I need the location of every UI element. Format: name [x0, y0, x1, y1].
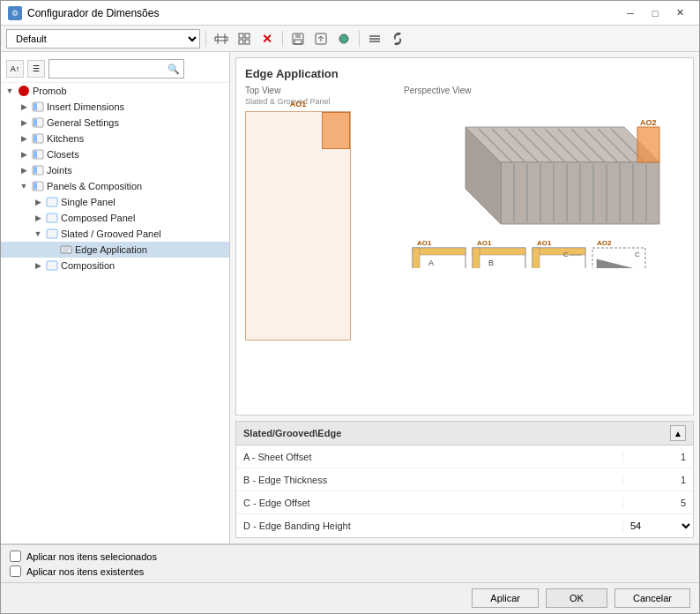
checkbox-row-1: Aplicar nos itens selecionados	[10, 550, 690, 562]
cancel-button[interactable]: Cancelar	[614, 588, 690, 608]
svg-text:AO1: AO1	[537, 239, 552, 247]
svg-rect-5	[239, 40, 243, 44]
title-bar: ⚙ Configurador de Dimensões ─ □ ✕	[1, 1, 699, 26]
svg-rect-16	[34, 119, 37, 126]
svg-rect-20	[34, 151, 37, 158]
window-controls: ─ □ ✕	[618, 4, 692, 22]
sidebar-item-label-joints: Joints	[47, 165, 72, 176]
settings-button[interactable]	[365, 29, 384, 49]
sidebar-item-promob[interactable]: ▼ Promob	[1, 83, 229, 99]
joints-icon	[31, 163, 45, 177]
content-area: A↑ ☰ 🔍 ▼ Promob ▶ Insert D	[1, 52, 699, 543]
toggle-promob[interactable]: ▼	[4, 86, 15, 95]
sidebar-item-label-single-panel: Single Panel	[61, 197, 115, 207]
toggle-single-panel[interactable]: ▶	[33, 198, 43, 206]
toggle-slated-grooved-panel[interactable]: ▼	[33, 229, 43, 238]
sidebar-item-label-slated-grooved-panel: Slated / Grooved Panel	[61, 228, 161, 239]
collapse-button[interactable]: ▲	[670, 425, 686, 441]
toggle-joints[interactable]: ▶	[19, 166, 29, 175]
sidebar-item-composed-panel[interactable]: ▶ Composed Panel	[1, 210, 229, 226]
main-panel: Edge Application Top View Slated & Groov…	[230, 52, 699, 543]
export-button[interactable]	[311, 29, 331, 49]
close-button[interactable]: ✕	[667, 4, 692, 22]
toggle-closets[interactable]: ▶	[19, 150, 29, 159]
toggle-panels-composition[interactable]: ▼	[19, 182, 29, 191]
sidebar-item-label-insert-dimensions: Insert Dimensions	[47, 101, 124, 112]
sidebar-item-label-composed-panel: Composed Panel	[61, 213, 135, 223]
profile-dropdown[interactable]: Default	[6, 29, 200, 49]
sidebar-item-single-panel[interactable]: ▶ Single Panel	[1, 194, 229, 210]
svg-rect-22	[34, 167, 37, 174]
maximize-button[interactable]: □	[643, 4, 667, 22]
insert-dim-button[interactable]	[212, 29, 231, 49]
svg-marker-58	[637, 127, 659, 162]
svg-text:AO2: AO2	[597, 239, 612, 247]
sort-az-button[interactable]: A↑	[6, 60, 24, 78]
toolbar-separator-1	[205, 31, 206, 47]
search-button[interactable]: 🔍	[164, 60, 183, 78]
slated-panel-icon	[45, 227, 59, 241]
slated-grooved-label: Slated & Grooved Panel	[245, 97, 386, 106]
checkboxes-area: Aplicar nos itens selecionados Aplicar n…	[1, 544, 699, 582]
ok-button[interactable]: OK	[546, 588, 607, 608]
prop-value-edge-thickness: 1	[622, 475, 693, 485]
toggle-composed-panel[interactable]: ▶	[33, 213, 43, 222]
app-icon: ⚙	[8, 6, 22, 20]
toggle-general-settings[interactable]: ▶	[19, 118, 29, 127]
sidebar-item-kitchens[interactable]: ▶ Kitchens	[1, 131, 229, 146]
prop-row-sheet-offset: A - Sheet Offset 1	[236, 446, 693, 468]
toggle-kitchens[interactable]: ▶	[19, 134, 29, 143]
link-button[interactable]	[388, 29, 407, 49]
minimize-button[interactable]: ─	[618, 4, 643, 22]
prop-row-edge-banding-height: D - Edge Banding Height 54	[236, 514, 693, 537]
svg-rect-62	[413, 248, 465, 255]
apply-selected-checkbox[interactable]	[10, 550, 21, 562]
prop-dropdown-edge-banding-height: 54	[622, 520, 693, 532]
sidebar-item-label-composition: Composition	[61, 260, 115, 271]
edge-banding-height-select[interactable]: 54	[623, 520, 693, 532]
sidebar-item-label-general-settings: General Settings	[47, 117, 119, 128]
closets-icon	[31, 147, 45, 161]
svg-text:C: C	[563, 251, 569, 258]
sidebar-item-insert-dimensions[interactable]: ▶ Insert Dimensions	[1, 99, 229, 115]
svg-rect-77	[532, 248, 540, 268]
composed-panel-icon	[45, 211, 59, 225]
save-button[interactable]	[288, 29, 308, 49]
svg-text:AO1: AO1	[477, 239, 492, 247]
prop-label-edge-thickness: B - Edge Thickness	[236, 475, 622, 485]
delete-button[interactable]: ✕	[257, 29, 277, 49]
svg-rect-27	[47, 229, 57, 238]
svg-rect-69	[473, 248, 525, 255]
main-window: ⚙ Configurador de Dimensões ─ □ ✕ Defaul…	[0, 0, 700, 614]
svg-point-12	[339, 34, 348, 43]
general-button[interactable]	[235, 29, 254, 49]
isometric-panel-svg: AO2 AO1	[404, 101, 668, 268]
search-input[interactable]	[49, 64, 164, 74]
sidebar-item-label-promob: Promob	[33, 86, 67, 96]
svg-rect-32	[47, 261, 57, 270]
sidebar-item-slated-grooved-panel[interactable]: ▼ Slated / Grooved Panel	[1, 226, 229, 242]
svg-text:B: B	[488, 258, 494, 267]
toggle-composition[interactable]: ▶	[33, 261, 43, 270]
sidebar-item-panels-composition[interactable]: ▼ Panels & Composition	[1, 178, 229, 194]
sidebar-item-label-panels-composition: Panels & Composition	[47, 181, 142, 191]
color-button[interactable]	[334, 29, 354, 49]
sidebar-item-joints[interactable]: ▶ Joints	[1, 162, 229, 178]
sidebar-item-edge-application[interactable]: Edge Application	[1, 242, 229, 258]
sidebar-item-general-settings[interactable]: ▶ General Settings	[1, 115, 229, 131]
sidebar-item-composition[interactable]: ▶ Composition	[1, 258, 229, 273]
svg-rect-4	[245, 34, 249, 38]
sidebar-item-closets[interactable]: ▶ Closets	[1, 146, 229, 162]
svg-rect-0	[215, 37, 227, 41]
sort-toggle-button[interactable]: ☰	[27, 60, 45, 78]
edge-application-icon	[59, 243, 73, 257]
apply-existing-checkbox[interactable]	[10, 565, 21, 577]
svg-rect-3	[239, 34, 243, 38]
svg-rect-63	[413, 248, 420, 268]
toggle-insert-dimensions[interactable]: ▶	[19, 102, 29, 111]
bottom-bar: Aplicar nos itens selecionados Aplicar n…	[1, 543, 699, 613]
toolbar: Default ✕	[1, 26, 699, 52]
apply-button[interactable]: Aplicar	[472, 588, 539, 608]
sidebar-item-label-kitchens: Kitchens	[47, 133, 84, 144]
sidebar-search-row: A↑ ☰ 🔍	[1, 56, 229, 83]
